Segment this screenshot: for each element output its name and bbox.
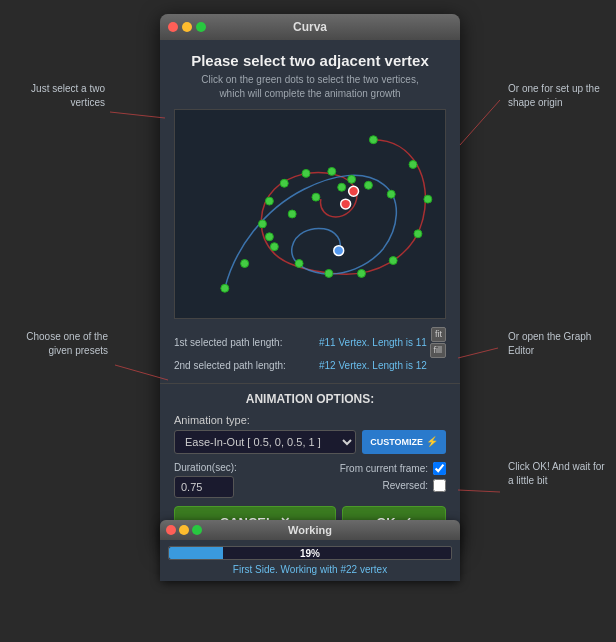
svg-point-5: [389, 257, 397, 265]
svg-point-6: [358, 269, 366, 277]
canvas-svg: [175, 110, 445, 318]
svg-point-24: [338, 183, 346, 191]
reversed-checkbox[interactable]: [433, 479, 446, 492]
annotation-click-ok: Click OK! And wait for a little bit: [508, 460, 608, 488]
path2-value: #12 Vertex. Length is 12: [319, 360, 427, 371]
duration-group: Duration(sec):: [174, 462, 237, 498]
anim-type-row: Ease-In-Out [ 0.5, 0, 0.5, 1 ] Linear [ …: [174, 430, 446, 454]
from-current-checkbox[interactable]: [433, 462, 446, 475]
svg-line-30: [458, 348, 498, 358]
reversed-label: Reversed:: [382, 480, 428, 491]
svg-point-13: [302, 169, 310, 177]
svg-point-11: [265, 197, 273, 205]
svg-point-23: [312, 193, 320, 201]
annotation-just-select: Just select a two vertices: [10, 82, 105, 110]
working-title: Working: [288, 524, 332, 536]
info-buttons: fit fill: [430, 327, 447, 358]
svg-point-22: [288, 210, 296, 218]
svg-point-21: [265, 233, 273, 241]
from-current-label: From current frame:: [340, 463, 428, 474]
path2-label: 2nd selected path length:: [174, 360, 319, 371]
working-dialog: Working 19% First Side. Working with #22…: [160, 520, 460, 581]
svg-point-26: [387, 190, 395, 198]
working-controls: [166, 525, 202, 535]
svg-point-9: [270, 243, 278, 251]
working-status: First Side. Working with #22 vertex: [168, 564, 452, 575]
fit-button[interactable]: fit: [431, 327, 446, 342]
window-body: Please select two adjacent vertex Click …: [160, 40, 460, 383]
dialog-heading: Please select two adjacent vertex: [174, 52, 446, 69]
svg-point-1: [369, 136, 377, 144]
working-close[interactable]: [166, 525, 176, 535]
progress-text: 19%: [169, 547, 451, 559]
annotation-or-open: Or open the Graph Editor: [508, 330, 608, 358]
maximize-button[interactable]: [196, 22, 206, 32]
progress-bar: 19%: [168, 546, 452, 560]
svg-line-31: [458, 490, 500, 492]
working-minimize[interactable]: [179, 525, 189, 535]
svg-point-3: [424, 195, 432, 203]
dialog-subtitle: Click on the green dots to select the tw…: [174, 73, 446, 101]
canvas-area[interactable]: [174, 109, 446, 319]
svg-point-25: [364, 181, 372, 189]
duration-input[interactable]: [174, 476, 234, 498]
customize-label: CUSTOMIZE: [370, 437, 423, 447]
path1-label: 1st selected path length:: [174, 337, 319, 348]
svg-point-7: [325, 269, 333, 277]
svg-point-10: [258, 220, 266, 228]
svg-point-19: [221, 284, 229, 292]
svg-point-15: [348, 175, 356, 183]
working-maximize[interactable]: [192, 525, 202, 535]
svg-point-20: [241, 260, 249, 268]
svg-point-18: [334, 246, 344, 256]
svg-rect-0: [175, 110, 444, 318]
minimize-button[interactable]: [182, 22, 192, 32]
path1-info: 1st selected path length: #11 Vertex. Le…: [174, 327, 446, 358]
svg-point-16: [349, 186, 359, 196]
annotation-or-one: Or one for set up the shape origin: [508, 82, 608, 110]
path2-info: 2nd selected path length: #12 Vertex. Le…: [174, 360, 446, 371]
anim-type-label: Animation type:: [174, 414, 446, 426]
svg-line-27: [110, 112, 165, 118]
working-body: 19% First Side. Working with #22 vertex: [160, 540, 460, 581]
anim-fields-row: Duration(sec): From current frame: Rever…: [174, 462, 446, 498]
svg-point-8: [295, 260, 303, 268]
fill-button[interactable]: fill: [430, 343, 447, 358]
svg-point-2: [409, 161, 417, 169]
reversed-row: Reversed:: [382, 479, 446, 492]
window-title: Curva: [293, 20, 327, 34]
animation-type-select[interactable]: Ease-In-Out [ 0.5, 0, 0.5, 1 ] Linear [ …: [174, 430, 356, 454]
customize-icon: ⚡: [426, 436, 438, 447]
svg-line-28: [460, 100, 500, 145]
svg-point-17: [341, 199, 351, 209]
svg-point-14: [328, 167, 336, 175]
close-button[interactable]: [168, 22, 178, 32]
window-controls: [168, 22, 206, 32]
from-current-row: From current frame:: [340, 462, 446, 475]
title-bar: Curva: [160, 14, 460, 40]
working-title-bar: Working: [160, 520, 460, 540]
path1-value: #11 Vertex. Length is 11: [319, 337, 427, 348]
svg-point-12: [280, 179, 288, 187]
anim-options-title: ANIMATION OPTIONS:: [174, 392, 446, 406]
svg-point-4: [414, 230, 422, 238]
customize-button[interactable]: CUSTOMIZE ⚡: [362, 430, 446, 454]
main-dialog: Curva Please select two adjacent vertex …: [160, 14, 460, 549]
annotation-choose-preset: Choose one of the given presets: [8, 330, 108, 358]
duration-label: Duration(sec):: [174, 462, 237, 473]
checkboxes-group: From current frame: Reversed:: [340, 462, 446, 492]
